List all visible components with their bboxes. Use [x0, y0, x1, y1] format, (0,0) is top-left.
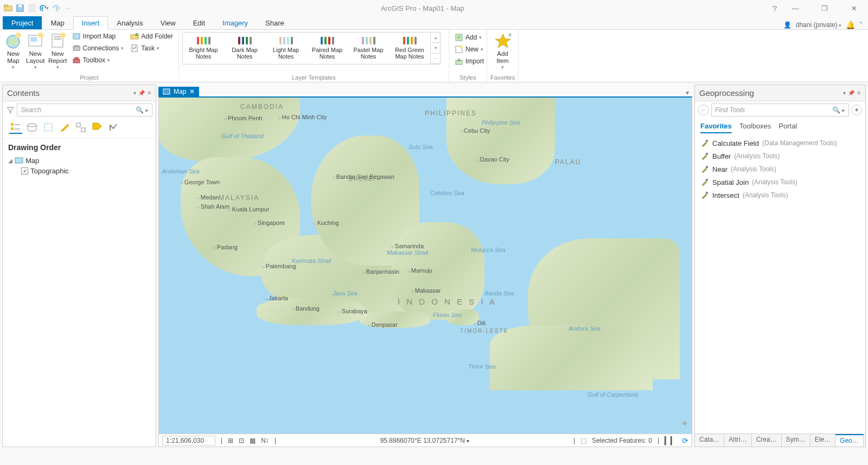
map-view[interactable]: CAMBODIA PHILIPPINES MALAYSIA BRUNEI I N… — [158, 96, 692, 434]
gp-tool-buffer[interactable]: Buffer(Analysis Tools) — [697, 150, 863, 163]
template-bright[interactable]: Bright Map Notes — [183, 33, 224, 64]
status-tool4-icon[interactable]: N↕ — [261, 437, 269, 444]
tab-imagery[interactable]: Imagery — [214, 16, 257, 29]
user-icon: 👤 — [783, 21, 792, 29]
undo-button[interactable] — [39, 3, 49, 13]
styles-new-button[interactable]: New — [452, 44, 486, 55]
add-item-button[interactable]: +Add Item — [490, 31, 515, 70]
minimize-button[interactable]: — — [784, 1, 806, 16]
filter-icon[interactable] — [6, 106, 15, 114]
redo-button[interactable] — [51, 3, 61, 13]
pause-drawing-icon[interactable]: ▎▎ — [665, 436, 676, 445]
panel-close-icon[interactable]: ✕ — [857, 90, 861, 96]
btab-raster[interactable]: Rast… — [864, 434, 868, 447]
map-tab-close-icon[interactable]: ✕ — [189, 88, 195, 95]
tab-view[interactable]: View — [152, 16, 184, 29]
drawing-order-heading: Drawing Order — [8, 143, 150, 152]
gp-tool-near[interactable]: Near(Analysis Tools) — [697, 163, 863, 176]
template-dark[interactable]: Dark Map Notes — [224, 33, 265, 64]
layer-topographic[interactable]: ✓Topographic — [8, 166, 150, 176]
map-tab[interactable]: Map✕ — [158, 87, 199, 96]
gp-back-icon[interactable]: ← — [698, 105, 709, 115]
new-map-button[interactable]: New Map — [3, 31, 23, 70]
connections-button[interactable]: Connections — [70, 43, 126, 54]
gallery-scroll[interactable]: ▴▾⎓ — [430, 33, 440, 64]
gp-tool-intersect[interactable]: Intersect(Analysis Tools) — [697, 189, 863, 202]
gp-tool-spatial-join[interactable]: Spatial Join(Analysis Tools) — [697, 176, 863, 189]
maximize-button[interactable]: ❐ — [814, 1, 835, 16]
list-by-drawing-icon[interactable] — [9, 121, 22, 134]
status-tool2-icon[interactable]: ⊡ — [239, 437, 244, 444]
gp-tool-calculate-field[interactable]: Calculate Field(Data Management Tools) — [697, 137, 863, 150]
ribbon: New Map New Layout New Report Import Map… — [0, 30, 868, 82]
tab-edit[interactable]: Edit — [184, 16, 214, 29]
svg-rect-34 — [76, 123, 80, 127]
list-by-labeling-icon[interactable] — [91, 121, 104, 134]
styles-add-button[interactable]: +Add — [452, 32, 486, 43]
refresh-icon[interactable]: ⟳ — [682, 436, 688, 445]
layer-map[interactable]: ◢Map — [8, 155, 150, 166]
template-paired[interactable]: Paired Map Notes — [307, 33, 348, 64]
btab-create[interactable]: Crea… — [752, 434, 782, 447]
template-light[interactable]: Light Map Notes — [265, 33, 307, 64]
tab-map[interactable]: Map — [42, 16, 73, 29]
collapse-ribbon-icon[interactable]: ˄ — [859, 21, 863, 29]
layer-checkbox[interactable]: ✓ — [21, 167, 28, 175]
layer-templates-gallery[interactable]: Bright Map Notes Dark Map Notes Light Ma… — [182, 32, 441, 64]
styles-import-button[interactable]: Import — [452, 56, 486, 67]
tab-project[interactable]: Project — [3, 16, 42, 29]
import-map-button[interactable]: Import Map — [70, 31, 126, 42]
help-button[interactable]: ? — [773, 4, 777, 13]
map-area: Map✕ ▾ CAMBODIA PHILIPPINES MALAYSIA BRU… — [158, 85, 692, 447]
user-menu[interactable]: dhani (private) — [796, 21, 841, 29]
contents-search[interactable]: Search🔍 ▸ — [17, 104, 152, 117]
tab-insert[interactable]: Insert — [73, 16, 108, 30]
svg-text:+: + — [508, 32, 512, 39]
task-button[interactable]: Task — [128, 43, 175, 54]
coords-display[interactable]: 95.8866070°E 13.0725717°N — [380, 437, 465, 444]
tab-share[interactable]: Share — [257, 16, 293, 29]
notifications-icon[interactable]: 🔔 — [846, 21, 855, 29]
open-project-icon[interactable] — [3, 3, 13, 13]
list-by-snapping-icon[interactable] — [74, 121, 87, 134]
scale-display[interactable]: 1:21,606,030 — [162, 436, 215, 445]
template-redgreen[interactable]: Red Green Map Notes — [389, 33, 430, 64]
status-tool1-icon[interactable]: ⊞ — [228, 437, 233, 444]
add-folder-button[interactable]: Add Folder — [128, 31, 175, 42]
btab-geoprocessing[interactable]: Geo… — [835, 434, 864, 447]
close-button[interactable]: ✕ — [843, 1, 865, 16]
tab-analysis[interactable]: Analysis — [108, 16, 151, 29]
save-project-icon[interactable] — [15, 3, 25, 13]
qat-customize-icon[interactable]: ⋯ — [63, 3, 73, 13]
panel-menu-icon[interactable]: ▾ — [843, 90, 846, 96]
template-pastel[interactable]: Pastel Map Notes — [348, 33, 389, 64]
gp-tab-portal[interactable]: Portal — [778, 122, 797, 133]
list-by-selection-icon[interactable] — [42, 121, 55, 134]
gp-search[interactable]: Find Tools🔍 ▸ — [711, 104, 849, 117]
svg-rect-39 — [706, 153, 708, 155]
panel-menu-icon[interactable]: ▾ — [133, 90, 136, 96]
toolbox-button[interactable]: Toolbox — [70, 55, 126, 66]
btab-symbology[interactable]: Sym… — [782, 434, 810, 447]
panel-pin-icon[interactable]: 📌 — [138, 90, 145, 96]
gp-tool-list: Calculate Field(Data Management Tools) B… — [695, 133, 865, 205]
list-by-source-icon[interactable] — [25, 121, 39, 134]
navigator-icon[interactable]: ⌖ — [682, 418, 687, 429]
panel-close-icon[interactable]: ✕ — [147, 90, 151, 96]
gp-add-icon[interactable]: + — [851, 105, 862, 115]
panel-pin-icon[interactable]: 📌 — [848, 90, 854, 96]
status-tool3-icon[interactable]: ▦ — [250, 437, 256, 444]
list-by-perceptual-icon[interactable] — [107, 121, 120, 134]
btab-attributes[interactable]: Attri… — [724, 434, 751, 447]
btab-catalog[interactable]: Cata… — [695, 434, 724, 447]
paste-icon[interactable] — [27, 3, 37, 13]
map-tab-menu[interactable]: ▾ — [682, 89, 692, 96]
geoprocessing-panel: Geoprocessing▾📌✕ ← Find Tools🔍 ▸ + Favor… — [694, 85, 866, 447]
gp-tab-favorites[interactable]: Favorites — [700, 122, 732, 133]
new-report-button[interactable]: New Report — [48, 31, 68, 70]
btab-elements[interactable]: Ele… — [810, 434, 835, 447]
gp-tab-toolboxes[interactable]: Toolboxes — [739, 122, 771, 133]
new-layout-button[interactable]: New Layout — [25, 31, 46, 70]
list-by-editing-icon[interactable] — [58, 121, 71, 134]
svg-rect-31 — [15, 128, 20, 130]
